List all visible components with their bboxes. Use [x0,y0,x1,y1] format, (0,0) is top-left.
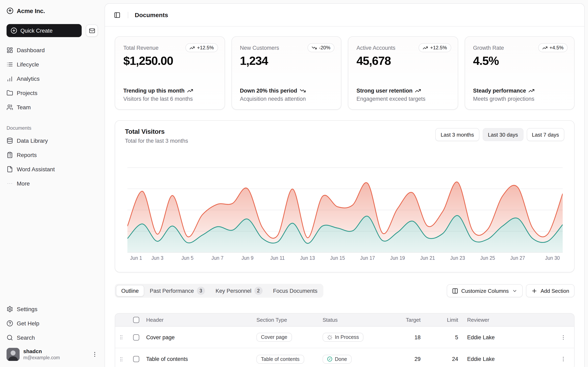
user-name: shadcn [23,348,88,355]
col-target: Target [392,317,430,323]
card-new-customers: New Customers -20% 1,234 Down 20% this p… [231,36,341,110]
ellipsis-icon [7,180,13,187]
user-menu[interactable]: shadcn m@example.com [3,345,101,364]
row-limit[interactable]: 5 [430,334,467,340]
col-limit: Limit [430,317,467,323]
chart-range-toggle: Last 3 months Last 30 days Last 7 days [435,128,564,141]
user-meta: shadcn m@example.com [23,348,88,360]
card-total-revenue: Total Revenue +12.5% $1,250.00 Trending … [115,36,225,110]
row-reviewer[interactable]: Eddie Lake [467,334,555,340]
sidebar-item-label: Projects [17,90,37,96]
tab-outline[interactable]: Outline [116,285,144,296]
sidebar-item-word-assistant[interactable]: Word Assistant [3,162,101,176]
card-foot-title: Down 20% this period [240,88,297,94]
layout-dashboard-icon [7,47,13,53]
svg-text:Jun 17: Jun 17 [360,255,375,261]
row-target[interactable]: 18 [392,334,430,340]
tab-focus-documents[interactable]: Focus Documents [268,285,322,296]
svg-text:Jun 3: Jun 3 [151,255,164,261]
sidebar-item-team[interactable]: Team [3,100,101,114]
trending-up-icon [190,45,195,50]
inbox-button[interactable] [86,25,98,37]
ellipsis-vertical-icon [560,356,566,362]
gear-icon [7,306,13,312]
row-target[interactable]: 29 [392,356,430,362]
range-last-7-days[interactable]: Last 7 days [527,128,564,141]
sidebar-item-label: Search [17,334,35,341]
ellipsis-vertical-icon[interactable] [91,351,98,358]
nav-documents: Data Library Reports Word Assistant More [3,133,101,191]
section-type-badge: Table of contents [256,355,304,364]
svg-text:Jun 25: Jun 25 [480,255,495,261]
sidebar-item-dashboard[interactable]: Dashboard [3,43,101,57]
status-badge: Done [323,355,352,364]
table-row: Table of contents Table of contents Done… [115,348,574,367]
card-value: 1,234 [240,54,333,68]
svg-text:Jun 9: Jun 9 [242,255,254,261]
sidebar-item-data-library[interactable]: Data Library [3,134,101,148]
page-title: Documents [135,11,168,18]
card-value: 4.5% [473,54,566,68]
database-icon [7,137,13,144]
circle-plus-icon [11,27,17,34]
sidebar-item-reports[interactable]: Reports [3,148,101,162]
tab-past-performance[interactable]: Past Performance3 [145,285,210,296]
drag-handle[interactable] [115,334,131,340]
visitors-chart-card: Total Visitors Total for the last 3 mont… [115,120,575,272]
add-section-button[interactable]: Add Section [526,284,575,297]
trend-badge: +12.5% [186,43,218,52]
trending-up-icon [423,45,428,50]
nav-footer: Settings Get Help Search [3,302,101,345]
svg-text:Jun 11: Jun 11 [270,255,285,261]
trend-badge-value: +12.5% [197,45,214,50]
range-last-3-months[interactable]: Last 3 months [435,128,479,141]
table-row: Cover page Cover page In Process 18 5 Ed… [115,327,574,348]
quick-create-button[interactable]: Quick Create [7,24,82,37]
trend-badge: +4.5% [538,43,568,52]
sidebar-item-more[interactable]: More [3,176,101,191]
avatar [7,348,20,361]
trend-badge: -20% [307,43,334,52]
plus-icon [531,288,537,294]
sidebar-item-label: Data Library [17,137,48,144]
tab-count-badge: 2 [254,287,262,295]
chart-bar-icon [7,75,13,82]
card-foot-title: Trending up this month [123,88,185,94]
brand[interactable]: Acme Inc. [3,5,101,17]
col-section-type: Section Type [256,317,323,323]
svg-text:Jun 21: Jun 21 [420,255,435,261]
row-header[interactable]: Cover page [146,334,256,340]
col-status: Status [323,317,392,323]
col-header: Header [146,317,256,323]
svg-text:Jun 23: Jun 23 [450,255,465,261]
svg-text:Jun 15: Jun 15 [330,255,345,261]
sidebar-item-get-help[interactable]: Get Help [3,317,101,330]
row-limit[interactable]: 24 [430,356,467,362]
grip-vertical-icon [118,334,124,340]
row-actions-button[interactable] [555,356,574,362]
row-checkbox[interactable] [133,356,139,362]
row-reviewer[interactable]: Eddie Lake [467,356,555,362]
row-header[interactable]: Table of contents [146,356,256,362]
quick-create-label: Quick Create [20,27,53,34]
customize-columns-button[interactable]: Customize Columns [447,284,523,297]
sidebar-item-analytics[interactable]: Analytics [3,72,101,86]
svg-text:Jun 1: Jun 1 [130,255,142,261]
sidebar-item-projects[interactable]: Projects [3,86,101,100]
sidebar-item-search[interactable]: Search [3,331,101,345]
drag-handle[interactable] [115,356,131,362]
select-all-checkbox[interactable] [133,317,139,323]
content: Total Revenue +12.5% $1,250.00 Trending … [105,26,584,367]
row-checkbox[interactable] [133,334,139,340]
sidebar-item-settings[interactable]: Settings [3,302,101,316]
tab-key-personnel[interactable]: Key Personnel2 [211,285,268,296]
nav-main: Dashboard Lifecycle Analytics Projects T… [3,43,101,115]
sidebar-item-lifecycle[interactable]: Lifecycle [3,58,101,71]
row-actions-button[interactable] [555,334,574,340]
section-type-badge: Cover page [256,333,292,342]
trend-badge-value: +4.5% [549,45,563,50]
folder-icon [7,90,13,96]
trend-badge-value: +12.5% [430,45,447,50]
sidebar-toggle-button[interactable] [112,9,123,21]
range-last-30-days[interactable]: Last 30 days [483,128,523,141]
